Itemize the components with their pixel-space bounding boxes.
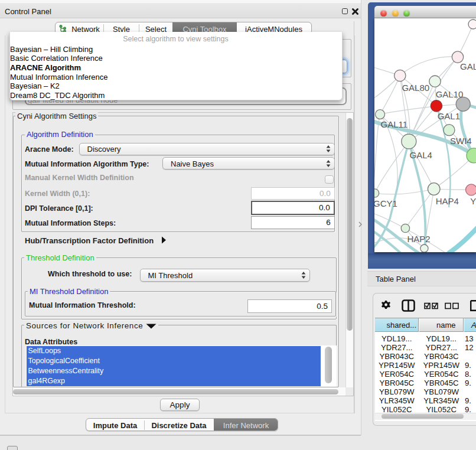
svg-text:GAL1: GAL1 (438, 111, 460, 121)
svg-text:GCY1: GCY1 (374, 198, 397, 208)
svg-text:HAP2: HAP2 (407, 234, 430, 244)
svg-text:HAP4: HAP4 (436, 196, 459, 206)
svg-text:GAL80: GAL80 (402, 83, 429, 93)
svg-text:GAL11: GAL11 (381, 119, 408, 129)
svg-text:SWI4: SWI4 (450, 136, 472, 146)
svg-text:GAL10: GAL10 (436, 89, 464, 99)
svg-text:YD: YD (470, 196, 476, 206)
svg-text:GAL4: GAL4 (410, 150, 432, 160)
svg-text:GAL2: GAL2 (460, 61, 476, 71)
